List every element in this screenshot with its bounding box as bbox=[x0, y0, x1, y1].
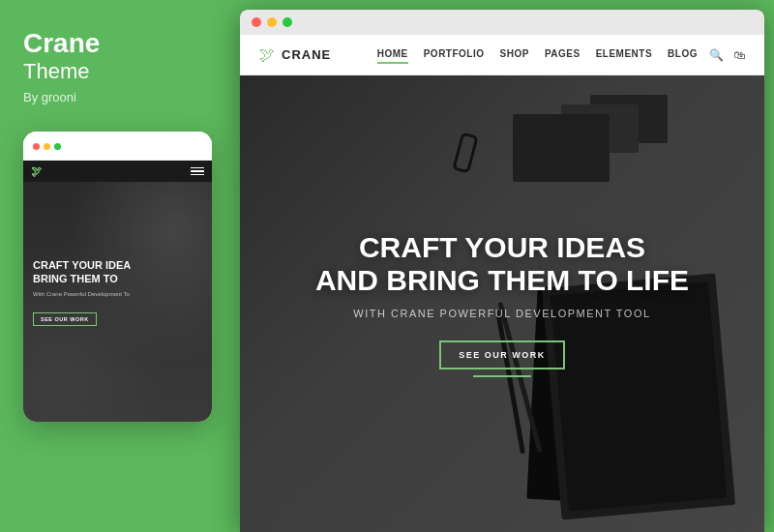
mobile-hero-title: CRAFT YOUR IDEA BRING THEM TO bbox=[33, 258, 202, 286]
dt-dot-red bbox=[252, 17, 261, 27]
desktop-navbar: 🕊 CRANE HOME PORTFOLIO SHOP PAGES ELEMEN… bbox=[240, 35, 764, 75]
desktop-titlebar bbox=[240, 10, 764, 35]
hero-content: CRAFT YOUR IDEAS AND BRING THEM TO LIFE … bbox=[296, 212, 708, 397]
nav-item-blog[interactable]: BLOG bbox=[668, 48, 698, 61]
hero-subtitle: With Crane Powerful Development Tool bbox=[315, 308, 689, 319]
desktop-hero: CRAFT YOUR IDEAS AND BRING THEM TO LIFE … bbox=[240, 75, 764, 532]
desktop-crane-icon: 🕊 bbox=[259, 46, 275, 64]
mobile-logo-icon: 🕊 bbox=[31, 165, 42, 177]
desktop-nav-icons: 🔍 🛍 bbox=[709, 48, 745, 62]
sidebar-by: By grooni bbox=[23, 90, 217, 104]
mobile-titlebar bbox=[23, 132, 212, 161]
mobile-nav: 🕊 bbox=[23, 161, 212, 182]
nav-item-pages[interactable]: PAGES bbox=[545, 48, 580, 61]
mobile-hero: CRAFT YOUR IDEA BRING THEM TO With Crane… bbox=[23, 182, 212, 422]
hero-title: CRAFT YOUR IDEAS AND BRING THEM TO LIFE bbox=[315, 231, 689, 298]
mobile-hero-text: CRAFT YOUR IDEA BRING THEM TO With Crane… bbox=[33, 258, 202, 326]
desktop-logo-area: 🕊 CRANE bbox=[259, 46, 331, 64]
mobile-traffic-lights bbox=[33, 143, 61, 150]
item-envelope bbox=[513, 114, 610, 182]
mobile-hero-subtitle: With Crane Powerful Development To bbox=[33, 290, 202, 298]
hero-cta-button[interactable]: SEE OUR WORK bbox=[439, 340, 565, 369]
mobile-preview: 🕊 CRAFT YOUR IDEA BRING THEM TO With Cra… bbox=[23, 132, 212, 422]
nav-item-shop[interactable]: SHOP bbox=[500, 48, 529, 61]
desktop-logo-text: CRANE bbox=[282, 47, 331, 62]
sidebar-subtitle: Theme bbox=[23, 59, 217, 84]
nav-item-portfolio[interactable]: PORTFOLIO bbox=[424, 48, 485, 61]
desktop-preview: 🕊 CRANE HOME PORTFOLIO SHOP PAGES ELEMEN… bbox=[240, 10, 764, 532]
desktop-nav-items: HOME PORTFOLIO SHOP PAGES ELEMENTS BLOG bbox=[377, 48, 698, 61]
sidebar-title: Crane bbox=[23, 29, 217, 59]
mobile-cta-button[interactable]: SEE OUR WORK bbox=[33, 312, 97, 326]
mobile-hamburger-icon[interactable] bbox=[191, 167, 204, 176]
hero-btn-underline bbox=[473, 375, 531, 377]
mobile-dot-red bbox=[33, 143, 40, 150]
nav-item-home[interactable]: HOME bbox=[377, 48, 408, 61]
dt-dot-green bbox=[283, 17, 292, 27]
mobile-dot-green bbox=[54, 143, 61, 150]
sidebar: Crane Theme By grooni 🕊 CRAFT YOUR IDEA … bbox=[0, 0, 240, 532]
nav-item-elements[interactable]: ELEMENTS bbox=[596, 48, 652, 61]
search-icon[interactable]: 🔍 bbox=[709, 48, 724, 62]
dt-dot-yellow bbox=[267, 17, 277, 27]
item-binder-clip bbox=[452, 132, 479, 173]
cart-icon[interactable]: 🛍 bbox=[733, 48, 745, 62]
mobile-dot-yellow bbox=[44, 143, 50, 150]
